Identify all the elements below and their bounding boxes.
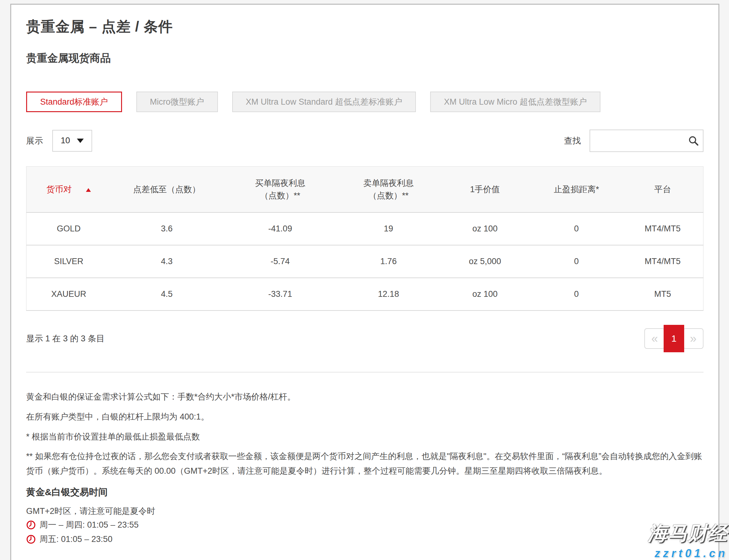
trading-hours-weekday: 周一 – 周四: 01:05 – 23:55 xyxy=(26,519,703,531)
table-row-gold: GOLD 3.6 -41.09 19 oz 100 0 MT4/MT5 xyxy=(26,212,703,245)
trading-hours-friday-label: 周五: 01:05 – 23:50 xyxy=(40,533,112,545)
table-header-row: 货币对 点差低至（点数） 买单隔夜利息 （点数）** 卖单隔夜利息 （点数）**… xyxy=(26,166,703,212)
column-header-lot-value-label: 1手价值 xyxy=(470,185,500,194)
column-header-swap-short[interactable]: 卖单隔夜利息 （点数）** xyxy=(338,166,439,212)
cell-platform: MT5 xyxy=(622,278,703,311)
tab-ultra-low-standard-account[interactable]: XM Ultra Low Standard 超低点差标准账户 xyxy=(232,92,416,112)
column-header-swap-short-line1: 卖单隔夜利息 xyxy=(338,177,439,189)
instruments-table: 货币对 点差低至（点数） 买单隔夜利息 （点数）** 卖单隔夜利息 （点数）**… xyxy=(26,166,703,311)
cell-swap-long: -41.09 xyxy=(223,212,338,245)
stop-level-note: * 根据当前市价设置挂单的最低止损盈最低点数 xyxy=(26,429,703,444)
cell-spread: 4.3 xyxy=(111,245,223,278)
column-header-spread[interactable]: 点差低至（点数） xyxy=(111,166,223,212)
cell-pair: SILVER xyxy=(26,245,111,278)
search-icon xyxy=(688,135,699,146)
column-header-stop-level-label: 止盈损距离* xyxy=(554,185,599,194)
pagination: « 1 » xyxy=(644,325,703,352)
page-size-value: 10 xyxy=(61,136,70,145)
pagination-next-button[interactable]: » xyxy=(683,328,703,349)
column-header-swap-long-line2: （点数）** xyxy=(223,189,338,202)
account-type-tabs: Standard标准账户 Micro微型账户 XM Ultra Low Stan… xyxy=(26,92,703,112)
tab-standard-account[interactable]: Standard标准账户 xyxy=(26,92,122,112)
section-subtitle: 贵重金属现货商品 xyxy=(26,51,703,65)
cell-swap-short: 19 xyxy=(338,212,439,245)
search-group: 查找 xyxy=(564,130,703,152)
section-divider xyxy=(26,372,703,373)
page-size-select[interactable]: 10 xyxy=(52,130,92,152)
table-body: GOLD 3.6 -41.09 19 oz 100 0 MT4/MT5 SILV… xyxy=(26,212,703,311)
cell-swap-short: 12.18 xyxy=(338,278,439,311)
timezone-note: GMT+2时区，请注意可能是夏令时 xyxy=(26,505,703,517)
show-label: 展示 xyxy=(26,135,43,146)
content-card: 贵重金属 – 点差 / 条件 贵重金属现货商品 Standard标准账户 Mic… xyxy=(10,4,719,560)
search-box xyxy=(589,130,703,152)
column-header-lot-value[interactable]: 1手价值 xyxy=(439,166,531,212)
swap-explanation-note: ** 如果您有仓位持仓过夜的话，那么您会支付或者获取一些金额，该金额便是两个货币… xyxy=(26,449,703,478)
pagination-prev-button[interactable]: « xyxy=(644,328,665,349)
clock-icon xyxy=(26,534,36,544)
table-row-xaueur: XAUEUR 4.5 -33.71 12.18 oz 100 0 MT5 xyxy=(26,278,703,311)
silver-leverage-note: 在所有账户类型中，白银的杠杆上限均为 400:1。 xyxy=(26,409,703,424)
column-header-platform[interactable]: 平台 xyxy=(622,166,703,212)
search-label: 查找 xyxy=(564,135,581,146)
column-header-swap-short-line2: （点数）** xyxy=(338,189,439,202)
cell-lot-value: oz 100 xyxy=(439,278,531,311)
cell-stop-level: 0 xyxy=(531,245,622,278)
trading-hours-weekday-label: 周一 – 周四: 01:05 – 23:55 xyxy=(40,519,139,531)
column-header-pair[interactable]: 货币对 xyxy=(26,166,111,212)
cell-pair: GOLD xyxy=(26,212,111,245)
column-header-swap-long[interactable]: 买单隔夜利息 （点数）** xyxy=(223,166,338,212)
column-header-platform-label: 平台 xyxy=(654,185,671,194)
margin-formula-note: 黄金和白银的保证金需求计算公式如下：手数*合约大小*市场价格/杠杆。 xyxy=(26,389,703,404)
column-header-stop-level[interactable]: 止盈损距离* xyxy=(531,166,622,212)
cell-lot-value: oz 100 xyxy=(439,212,531,245)
tab-micro-account[interactable]: Micro微型账户 xyxy=(136,92,218,112)
pagination-page-1-button[interactable]: 1 xyxy=(664,325,684,352)
cell-platform: MT4/MT5 xyxy=(622,212,703,245)
cell-spread: 3.6 xyxy=(111,212,223,245)
trading-hours-heading: 黄金&白银交易时间 xyxy=(26,486,703,499)
clock-icon xyxy=(26,520,36,530)
search-input[interactable] xyxy=(589,130,703,152)
column-header-spread-label: 点差低至（点数） xyxy=(133,185,201,194)
chevron-down-icon xyxy=(77,139,84,143)
column-header-pair-label: 货币对 xyxy=(46,185,72,194)
sort-ascending-icon xyxy=(86,188,91,192)
column-header-swap-long-line1: 买单隔夜利息 xyxy=(223,177,338,189)
cell-platform: MT4/MT5 xyxy=(622,245,703,278)
cell-stop-level: 0 xyxy=(531,212,622,245)
tab-ultra-low-micro-account[interactable]: XM Ultra Low Micro 超低点差微型账户 xyxy=(430,92,600,112)
table-header: 货币对 点差低至（点数） 买单隔夜利息 （点数）** 卖单隔夜利息 （点数）**… xyxy=(26,166,703,212)
cell-swap-short: 1.76 xyxy=(338,245,439,278)
table-row-silver: SILVER 4.3 -5.74 1.76 oz 5,000 0 MT4/MT5 xyxy=(26,245,703,278)
cell-pair: XAUEUR xyxy=(26,278,111,311)
table-controls: 展示 10 查找 xyxy=(26,130,703,152)
cell-swap-long: -5.74 xyxy=(223,245,338,278)
cell-spread: 4.5 xyxy=(111,278,223,311)
page-title: 贵重金属 – 点差 / 条件 xyxy=(26,18,703,35)
cell-stop-level: 0 xyxy=(531,278,622,311)
footnotes: 黄金和白银的保证金需求计算公式如下：手数*合约大小*市场价格/杠杆。 在所有账户… xyxy=(26,389,703,545)
page-size-group: 展示 10 xyxy=(26,130,92,152)
cell-swap-long: -33.71 xyxy=(223,278,338,311)
cell-lot-value: oz 5,000 xyxy=(439,245,531,278)
trading-hours-friday: 周五: 01:05 – 23:50 xyxy=(26,533,703,545)
table-footer: 显示 1 在 3 的 3 条目 « 1 » xyxy=(26,325,703,353)
entries-summary: 显示 1 在 3 的 3 条目 xyxy=(26,333,105,344)
